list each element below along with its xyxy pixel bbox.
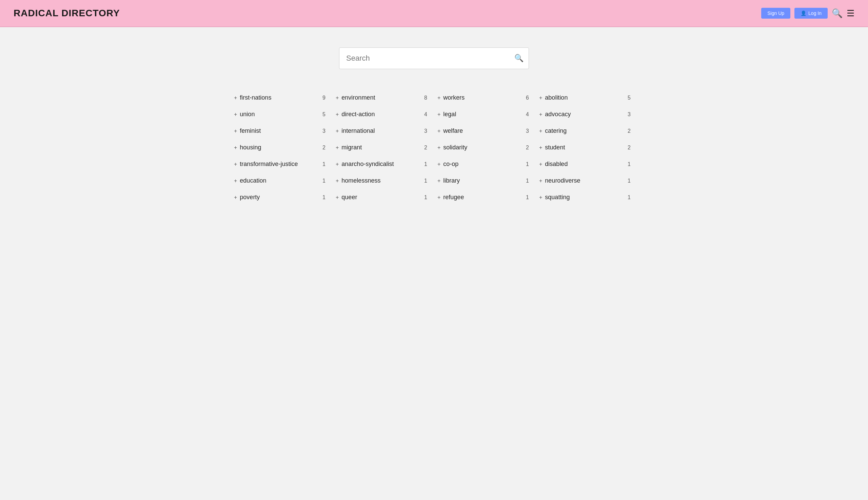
tag-plus-icon: + <box>437 194 441 201</box>
tag-item[interactable]: +legal4 <box>434 106 536 123</box>
tag-count: 3 <box>526 128 529 134</box>
tag-label: library <box>443 177 460 184</box>
tag-item[interactable]: +refugee1 <box>434 189 536 206</box>
tag-item[interactable]: +squatting1 <box>536 189 637 206</box>
tag-label: poverty <box>240 194 260 201</box>
tag-count: 1 <box>526 194 529 201</box>
search-magnifier-icon: 🔍 <box>514 54 523 62</box>
tag-item[interactable]: +transformative-justice1 <box>231 156 332 172</box>
tag-item[interactable]: +environment8 <box>332 89 434 106</box>
tag-plus-icon: + <box>234 128 237 134</box>
tag-label: welfare <box>443 127 463 135</box>
tag-plus-icon: + <box>437 128 441 134</box>
tag-item[interactable]: +homelessness1 <box>332 172 434 189</box>
tag-plus-icon: + <box>437 161 441 167</box>
tag-label: refugee <box>443 194 464 201</box>
tag-count: 4 <box>526 112 529 117</box>
login-button[interactable]: 👤 Log In <box>794 8 828 19</box>
tag-count: 6 <box>526 95 529 101</box>
tag-count: 3 <box>322 128 325 134</box>
tag-item[interactable]: +housing2 <box>231 139 332 156</box>
tag-label: catering <box>545 127 567 135</box>
tag-label: student <box>545 144 565 151</box>
tag-count: 1 <box>526 178 529 184</box>
tag-item[interactable]: +workers6 <box>434 89 536 106</box>
tag-label: homelessness <box>342 177 380 184</box>
tag-plus-icon: + <box>539 178 542 184</box>
tags-grid: +first-nations9+union5+feminist3+housing… <box>231 89 637 206</box>
tag-count: 1 <box>627 178 631 184</box>
tag-plus-icon: + <box>336 178 339 184</box>
tag-item[interactable]: +anarcho-syndicalist1 <box>332 156 434 172</box>
tag-column-3: +workers6+legal4+welfare3+solidarity2+co… <box>434 89 536 206</box>
tag-plus-icon: + <box>539 128 542 134</box>
tag-count: 9 <box>322 95 325 101</box>
tag-item[interactable]: +union5 <box>231 106 332 123</box>
tag-count: 1 <box>322 178 325 184</box>
tag-item[interactable]: +catering2 <box>536 123 637 139</box>
tag-item[interactable]: +education1 <box>231 172 332 189</box>
tag-item[interactable]: +student2 <box>536 139 637 156</box>
tag-count: 3 <box>627 112 631 117</box>
tag-plus-icon: + <box>234 161 237 167</box>
tag-plus-icon: + <box>234 178 237 184</box>
tag-label: housing <box>240 144 261 151</box>
tag-plus-icon: + <box>539 112 542 117</box>
tag-item[interactable]: +advocacy3 <box>536 106 637 123</box>
tag-item[interactable]: +direct-action4 <box>332 106 434 123</box>
header-actions: Sign Up 👤 Log In 🔍 ☰ <box>761 8 855 19</box>
tag-label: international <box>342 127 375 135</box>
tag-item[interactable]: +disabled1 <box>536 156 637 172</box>
tag-item[interactable]: +first-nations9 <box>231 89 332 106</box>
tag-label: queer <box>342 194 357 201</box>
tag-count: 1 <box>322 194 325 201</box>
tag-plus-icon: + <box>539 145 542 151</box>
tag-label: migrant <box>342 144 362 151</box>
tag-plus-icon: + <box>234 194 237 201</box>
tag-count: 1 <box>424 161 427 167</box>
tag-label: squatting <box>545 194 570 201</box>
tag-item[interactable]: +solidarity2 <box>434 139 536 156</box>
tag-count: 1 <box>424 194 427 201</box>
tag-count: 2 <box>627 128 631 134</box>
tag-plus-icon: + <box>234 145 237 151</box>
tag-plus-icon: + <box>539 161 542 167</box>
menu-icon[interactable]: ☰ <box>847 9 855 18</box>
tag-plus-icon: + <box>437 178 441 184</box>
tag-label: environment <box>342 94 375 101</box>
signup-button[interactable]: Sign Up <box>761 8 790 19</box>
tag-item[interactable]: +international3 <box>332 123 434 139</box>
main-content: 🔍 +first-nations9+union5+feminist3+housi… <box>0 27 868 500</box>
tag-label: legal <box>443 111 456 118</box>
tag-plus-icon: + <box>336 128 339 134</box>
tag-count: 3 <box>424 128 427 134</box>
tag-item[interactable]: +abolition5 <box>536 89 637 106</box>
tag-plus-icon: + <box>437 95 441 101</box>
search-container: 🔍 <box>339 47 529 69</box>
tag-label: neurodiverse <box>545 177 580 184</box>
tag-plus-icon: + <box>336 145 339 151</box>
tag-item[interactable]: +feminist3 <box>231 123 332 139</box>
tag-count: 1 <box>627 161 631 167</box>
tag-plus-icon: + <box>539 95 542 101</box>
tag-item[interactable]: +neurodiverse1 <box>536 172 637 189</box>
tag-item[interactable]: +poverty1 <box>231 189 332 206</box>
search-input[interactable] <box>339 47 529 69</box>
tag-item[interactable]: +co-op1 <box>434 156 536 172</box>
tag-count: 1 <box>526 161 529 167</box>
tag-label: feminist <box>240 127 261 135</box>
tag-item[interactable]: +migrant2 <box>332 139 434 156</box>
tag-count: 4 <box>424 112 427 117</box>
tag-label: union <box>240 111 255 118</box>
tag-plus-icon: + <box>234 95 237 101</box>
tag-count: 2 <box>424 145 427 151</box>
search-submit-button[interactable]: 🔍 <box>514 54 523 62</box>
tag-count: 5 <box>627 95 631 101</box>
tag-item[interactable]: +welfare3 <box>434 123 536 139</box>
search-icon[interactable]: 🔍 <box>832 9 843 18</box>
tag-item[interactable]: +queer1 <box>332 189 434 206</box>
tag-count: 1 <box>627 194 631 201</box>
tag-plus-icon: + <box>336 95 339 101</box>
search-wrapper: 🔍 <box>13 47 855 69</box>
tag-item[interactable]: +library1 <box>434 172 536 189</box>
